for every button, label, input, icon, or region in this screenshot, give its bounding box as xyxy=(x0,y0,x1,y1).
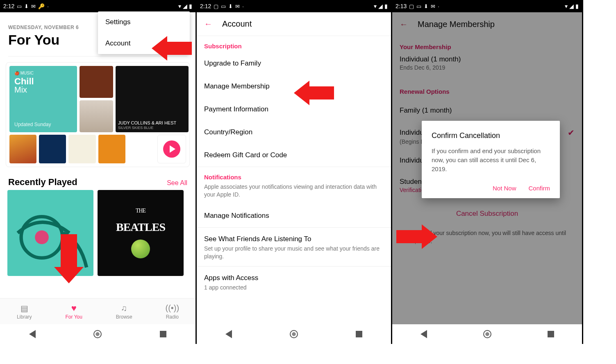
page-title: Account xyxy=(222,19,252,29)
confirm-cancel-dialog: Confirm Cancellation If you confirm and … xyxy=(422,121,560,198)
row-manage-notifications[interactable]: Manage Notifications xyxy=(197,204,391,227)
bottom-tabs: ▤ Library ♥ For You ♫ Browse ((•)) Radio xyxy=(0,298,195,324)
tab-for-you[interactable]: ♥ For You xyxy=(66,303,82,320)
tile-mini-2[interactable] xyxy=(39,135,66,163)
album-beatles[interactable]: THE BEATLES xyxy=(98,190,184,276)
notifications-subtitle: Apple associates your notifications view… xyxy=(197,183,391,204)
signal-icon: ◢ xyxy=(569,3,574,9)
row-redeem-code[interactable]: Redeem Gift Card or Code xyxy=(197,144,391,167)
toolbar: ← Account xyxy=(197,12,391,36)
tab-library[interactable]: ▤ Library xyxy=(17,303,32,320)
signal-icon: ◢ xyxy=(378,3,383,9)
dialog-title: Confirm Cancellation xyxy=(432,131,550,140)
chill-line2: Mix xyxy=(14,85,72,95)
mail-icon: ✉ xyxy=(235,3,240,9)
status-bar: 2:12 ▭ ⬇ ✉ 🔑 · ▾ ◢ ▮ xyxy=(0,0,195,12)
status-bar: 2:12 ▢ ▭ ⬇ ✉ · ▾ ◢ ▮ xyxy=(197,0,391,12)
android-nav xyxy=(392,324,582,344)
screen-manage-membership: 2:13 ▢ ▭ ⬇ ✉ · ▾ ◢ ▮ ← Manage Membership… xyxy=(392,0,583,344)
signal-icon: ◢ xyxy=(183,3,187,9)
download-icon: ⬇ xyxy=(24,3,29,9)
tile-mini-1[interactable] xyxy=(9,135,36,163)
key-icon: 🔑 xyxy=(38,3,45,9)
notif-icon: ▭ xyxy=(17,3,22,9)
see-all-link[interactable]: See All xyxy=(167,179,187,187)
wifi-icon: ▾ xyxy=(565,3,568,9)
wifi-icon: ▾ xyxy=(178,3,181,9)
tile-judy-collins[interactable]: JUDY COLLINS & ARI HEST SILVER SKIES BLU… xyxy=(116,66,189,132)
tile-mini-3[interactable] xyxy=(68,135,95,163)
nav-back[interactable] xyxy=(225,330,232,338)
status-bar: 2:13 ▢ ▭ ⬇ ✉ · ▾ ◢ ▮ xyxy=(392,0,582,12)
apps-subtitle: 1 app connected xyxy=(197,284,391,297)
tile-mini-4[interactable] xyxy=(98,135,125,163)
dialog-body: If you confirm and end your subscription… xyxy=(432,147,550,173)
radio-icon: ((•)) xyxy=(167,303,177,313)
notif-icon: ▭ xyxy=(221,3,226,9)
nav-home[interactable] xyxy=(290,330,298,338)
nav-recent[interactable] xyxy=(548,331,554,337)
row-upgrade-family[interactable]: Upgrade to Family xyxy=(197,52,391,75)
screen-for-you: 2:12 ▭ ⬇ ✉ 🔑 · ▾ ◢ ▮ WEDNESDAY, NOVEMBER… xyxy=(0,0,197,344)
annotation-arrow-account xyxy=(152,36,192,61)
image-icon: ▢ xyxy=(409,3,414,9)
annotation-arrow-scroll xyxy=(54,234,84,283)
play-icon xyxy=(163,140,180,158)
more-icon: · xyxy=(438,3,439,9)
mail-icon: ✉ xyxy=(431,3,435,9)
back-arrow-icon[interactable]: ← xyxy=(204,19,212,29)
download-icon: ⬇ xyxy=(228,3,233,9)
more-icon: · xyxy=(47,3,49,9)
recently-played-title: Recently Played xyxy=(8,177,77,188)
android-nav xyxy=(197,324,391,344)
nav-home[interactable] xyxy=(483,330,491,338)
image-icon: ▢ xyxy=(214,3,218,9)
heart-icon: ♥ xyxy=(69,303,79,313)
status-time: 2:13 xyxy=(396,3,407,9)
tile-chill-mix[interactable]: 🍎 MUSIC Chill Mix Updated Sunday xyxy=(9,66,77,132)
menu-settings[interactable]: Settings xyxy=(98,11,190,33)
row-apps-access[interactable]: Apps with Access xyxy=(197,267,391,284)
note-icon: ♫ xyxy=(119,303,129,313)
nav-back[interactable] xyxy=(421,330,427,338)
more-icon: · xyxy=(242,3,244,9)
svg-point-1 xyxy=(35,231,49,244)
nav-back[interactable] xyxy=(29,330,36,338)
tile-album-3[interactable] xyxy=(80,100,113,132)
section-subscription: Subscription xyxy=(197,36,391,52)
battery-icon: ▮ xyxy=(384,3,388,9)
for-you-card: 🍎 MUSIC Chill Mix Updated Sunday JUDY CO… xyxy=(6,62,190,167)
recently-played-list[interactable]: THE BEATLES xyxy=(0,190,195,276)
status-time: 2:12 xyxy=(3,3,14,9)
play-button[interactable] xyxy=(157,135,186,163)
friends-subtitle: Set up your profile to share your music … xyxy=(197,245,391,266)
notif-icon: ▭ xyxy=(416,3,421,9)
apple-icon xyxy=(131,240,150,258)
screen-account: 2:12 ▢ ▭ ⬇ ✉ · ▾ ◢ ▮ ← Account Subscript… xyxy=(197,0,392,344)
wifi-icon: ▾ xyxy=(374,3,377,9)
mail-icon: ✉ xyxy=(31,3,36,9)
download-icon: ⬇ xyxy=(424,3,428,9)
chill-updated: Updated Sunday xyxy=(14,122,72,127)
annotation-arrow-manage xyxy=(294,81,334,105)
nav-recent[interactable] xyxy=(356,331,362,337)
nav-recent[interactable] xyxy=(160,331,166,337)
dialog-confirm-button[interactable]: Confirm xyxy=(528,185,550,192)
nav-home[interactable] xyxy=(93,330,102,338)
judy-text: JUDY COLLINS & ARI HEST SILVER SKIES BLU… xyxy=(118,121,176,130)
dialog-not-now-button[interactable]: Not Now xyxy=(493,185,516,192)
row-country-region[interactable]: Country/Region xyxy=(197,121,391,144)
brand-label: 🍎 MUSIC xyxy=(14,71,72,75)
tile-album-2[interactable] xyxy=(80,66,113,98)
status-time: 2:12 xyxy=(200,3,211,9)
tab-browse[interactable]: ♫ Browse xyxy=(116,303,132,320)
android-nav xyxy=(0,324,195,344)
annotation-arrow-cancel xyxy=(396,224,437,249)
battery-icon: ▮ xyxy=(575,3,579,9)
section-notifications: Notifications xyxy=(197,167,391,183)
row-friends-listening[interactable]: See What Friends Are Listening To xyxy=(197,228,391,245)
tab-radio[interactable]: ((•)) Radio xyxy=(166,303,179,320)
recently-played-header: Recently Played See All xyxy=(0,167,195,190)
library-icon: ▤ xyxy=(19,303,29,313)
battery-icon: ▮ xyxy=(189,3,192,9)
